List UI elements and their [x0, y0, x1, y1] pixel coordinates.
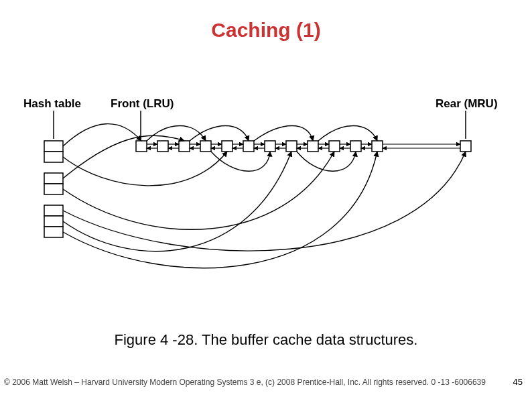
svg-rect-3 — [44, 141, 63, 152]
svg-rect-7 — [44, 205, 63, 216]
svg-rect-8 — [44, 216, 63, 227]
label-front-lru: Front (LRU) — [111, 97, 174, 111]
svg-rect-20 — [350, 141, 361, 152]
diagram-svg — [13, 97, 519, 285]
svg-rect-5 — [44, 173, 63, 184]
page-number: 45 — [513, 377, 523, 387]
svg-rect-21 — [372, 141, 383, 152]
svg-rect-22 — [460, 141, 471, 152]
svg-rect-13 — [200, 141, 211, 152]
svg-rect-14 — [222, 141, 232, 152]
svg-rect-18 — [308, 141, 318, 152]
svg-rect-12 — [179, 141, 190, 152]
svg-rect-16 — [265, 141, 275, 152]
svg-rect-19 — [329, 141, 340, 152]
lru-links-icon — [147, 144, 460, 148]
svg-rect-17 — [286, 141, 297, 152]
label-hash-table: Hash table — [23, 97, 81, 111]
svg-rect-6 — [44, 184, 63, 194]
slide: Caching (1) Hash table Front (LRU) Rear … — [0, 0, 532, 399]
svg-rect-4 — [44, 152, 63, 162]
footer-copyright: © 2006 Matt Welsh – Harvard University M… — [4, 378, 486, 387]
diagram: Hash table Front (LRU) Rear (MRU) — [13, 97, 519, 285]
svg-rect-15 — [243, 141, 254, 152]
svg-rect-11 — [157, 141, 168, 152]
slide-title: Caching (1) — [0, 19, 532, 42]
svg-rect-9 — [44, 227, 63, 237]
svg-rect-10 — [136, 141, 147, 152]
figure-caption: Figure 4 -28. The buffer cache data stru… — [0, 331, 532, 349]
cache-blocks-icon — [136, 141, 471, 152]
hash-table-icon — [44, 141, 63, 237]
label-rear-mru: Rear (MRU) — [436, 97, 498, 111]
